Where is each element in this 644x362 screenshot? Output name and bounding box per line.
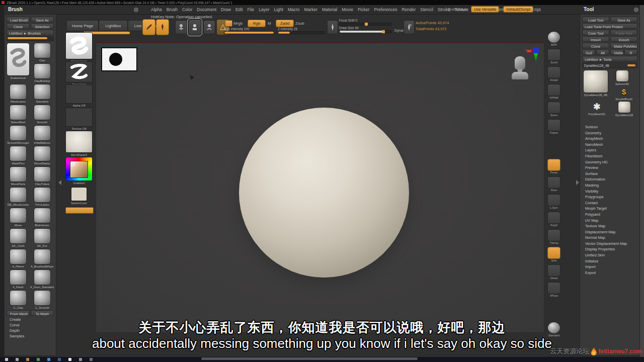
shelf-icon-ghost[interactable]: Ghost <box>547 264 560 280</box>
recent-tool-dynames128[interactable]: DynaMes128 <box>615 101 633 117</box>
brush-btn-selection[interactable]: Selection <box>31 23 54 29</box>
tool-section-nanomesh[interactable]: NanoMesh <box>582 142 637 148</box>
scale-mode-button[interactable] <box>188 19 201 35</box>
points-brush-icon[interactable] <box>404 20 415 34</box>
tool-section-masking[interactable]: Masking <box>582 183 637 189</box>
tool-section-preview[interactable]: Preview <box>582 165 637 171</box>
switch-color-swatch[interactable] <box>71 187 87 201</box>
brush-item-c-clay[interactable]: C_Clay <box>7 290 30 310</box>
tool-btn-load-tools-from-project[interactable]: Load Tools From Project <box>582 23 637 29</box>
default-zscript-button[interactable]: DefaultZScript <box>503 6 533 13</box>
menu-alpha[interactable]: Alpha <box>151 7 162 12</box>
tool-btn-save-as[interactable]: Save As <box>610 17 637 22</box>
shelf-orange-button[interactable] <box>65 207 94 214</box>
brush-item-moveelastic[interactable]: MoveElastic <box>30 146 54 166</box>
draw-mode-button[interactable] <box>156 19 169 35</box>
brush-btn-clone[interactable]: Clone <box>7 23 30 29</box>
right-tray-collapse-arrow[interactable] <box>576 180 579 185</box>
current-tool-row[interactable]: DynaMes128_4B <box>582 62 637 68</box>
tool-section-texture-map[interactable]: Texture Map <box>582 223 637 229</box>
switch-color[interactable]: SwitchColor <box>65 187 93 206</box>
brush-item-masklasso[interactable]: MaskLasso <box>7 84 30 104</box>
tool-btn-export[interactable]: Export <box>610 36 637 42</box>
current-texture-slot[interactable]: Texture Off <box>65 108 93 131</box>
menu-brush[interactable]: Brush <box>167 7 178 12</box>
brush-item-move[interactable]: Move <box>7 208 30 228</box>
shelf-icon-polyf[interactable]: PolyF <box>547 212 560 227</box>
shelf-icon-frame[interactable]: Frame <box>547 119 560 135</box>
menu-preferences[interactable]: Preferences <box>374 7 397 12</box>
brush-item-moveparts[interactable]: MoveParts <box>7 166 30 187</box>
brush-item-inflatballoon[interactable]: InflatBalloon <box>30 125 54 145</box>
brush-item-smoothstronger[interactable]: SmoothStronger <box>7 125 30 145</box>
tool-btn-make-polymesh3d[interactable]: Make PolyMesh3D <box>610 43 637 48</box>
tool-section-deformation[interactable]: Deformation <box>582 176 637 183</box>
taskbar-icon-0[interactable] <box>5 358 8 361</box>
brush-item-claybuildup[interactable]: ClayBuildup <box>30 63 54 83</box>
shelf-icon-aahalf[interactable]: AAHalf <box>547 84 560 100</box>
recent-tool-polymesh3d[interactable]: ✱ PolyMesh3D <box>588 101 605 116</box>
tab-home-page[interactable]: Home Page <box>66 20 99 31</box>
tool-btn-visible[interactable]: Visible <box>610 49 623 55</box>
m-button[interactable]: M <box>268 21 271 26</box>
shelf-icon-solo[interactable]: Solo <box>547 247 560 262</box>
brush-btn-save-as[interactable]: Save As <box>31 17 54 22</box>
taskbar-icon-3[interactable] <box>37 358 40 361</box>
taskbar-icon-2[interactable] <box>26 358 29 361</box>
color-picker-wheel[interactable] <box>65 157 93 181</box>
brush-btn-lightbox-brushes[interactable]: Lightbox ► Brushes <box>7 30 54 35</box>
tool-btn-all[interactable]: All <box>596 49 609 55</box>
taskbar-icon-7[interactable] <box>79 358 82 361</box>
tab-lightbox[interactable]: LightBox <box>99 20 128 31</box>
menu-marker[interactable]: Marker <box>304 7 317 12</box>
brush-btn-load-brush[interactable]: Load Brush <box>7 17 30 22</box>
taskbar-icon-1[interactable] <box>16 358 19 361</box>
brush-item-smooth[interactable]: Smooth <box>30 105 54 125</box>
tool-section-geometry-hd[interactable]: Geometry HD <box>582 159 637 165</box>
current-tool-thumb[interactable]: DynaMes128_4B <box>583 70 608 97</box>
shelf-icon-persp[interactable]: Persp <box>547 159 560 174</box>
focal-brush-icon[interactable] <box>327 20 338 34</box>
taskbar-icon-6[interactable] <box>68 358 71 361</box>
brush-item-4-gum-standard[interactable]: 4_Gum_Standard <box>30 269 54 290</box>
tool-section-vector-displacement-map[interactable]: Vector Displacement Map <box>582 241 637 247</box>
brush-item-sk-fur[interactable]: SK_Fur <box>30 228 54 248</box>
tool-section-layers[interactable]: Layers <box>582 147 637 153</box>
z-intensity-slider[interactable]: Z Intensity 25 <box>278 27 326 34</box>
rotate-mode-button[interactable] <box>203 20 215 34</box>
right-tray-handle[interactable] <box>640 5 644 362</box>
brush-item-4-fibers[interactable]: 4_Fibers <box>7 249 30 269</box>
tool-btn-goz[interactable]: GoZ <box>582 49 595 55</box>
brush-item-sk-cloth[interactable]: SK_Cloth <box>7 228 30 248</box>
current-brush-slot[interactable]: SnakeHook <box>65 32 93 64</box>
brush-item-maskpen[interactable]: MaskPen <box>7 146 30 166</box>
tool-section-initialize[interactable]: Initialize <box>582 258 637 264</box>
tool-btn-import[interactable]: Import <box>582 36 609 42</box>
quicksave-button[interactable]: QuickSave <box>448 7 467 12</box>
brush-item-claytubes[interactable]: ClayTubes <box>30 166 54 187</box>
focal-shift-slider[interactable]: Focal Shift 0 <box>339 19 392 26</box>
rgb-button[interactable]: Rgb <box>248 20 266 27</box>
shelf-icon-transp[interactable]: Transp <box>547 229 560 245</box>
menu-stencil[interactable]: Stencil <box>420 7 433 12</box>
rgb-intensity-slider[interactable]: Rgb Intensity 100 <box>224 27 274 34</box>
tool-section-import[interactable]: Import <box>582 264 637 270</box>
menu-color[interactable]: Color <box>182 7 192 12</box>
tool-section-contact[interactable]: Contact <box>582 200 637 206</box>
menu-macro[interactable]: Macro <box>288 7 300 12</box>
brush-bottom-to-mesh[interactable]: To Mesh <box>31 310 54 316</box>
current-material-slot[interactable]: SkinShade4 <box>65 131 93 157</box>
shelf-icon-l-sym[interactable]: L.Sym <box>547 194 560 210</box>
shelf-icon-zoom[interactable]: Zoom <box>547 102 560 117</box>
tool-section-polygroups[interactable]: Polygroups <box>582 194 637 200</box>
menu-draw[interactable]: Draw <box>221 7 231 12</box>
shelf-icon-xpose[interactable]: XPose <box>547 282 560 298</box>
tool-section-displacement-map[interactable]: Displacement Map <box>582 229 637 235</box>
color-picker[interactable]: Gradient <box>65 157 93 186</box>
move-mode-button[interactable] <box>175 20 187 34</box>
shelf-icon-actual[interactable]: Actual <box>547 66 560 82</box>
shelf-icon-bpr[interactable]: BPR <box>547 31 560 47</box>
mrgb-button[interactable]: Mrgb <box>233 21 243 26</box>
brush-item-standard[interactable]: Standard <box>30 84 54 104</box>
tool-btn-r[interactable]: R <box>624 49 637 55</box>
